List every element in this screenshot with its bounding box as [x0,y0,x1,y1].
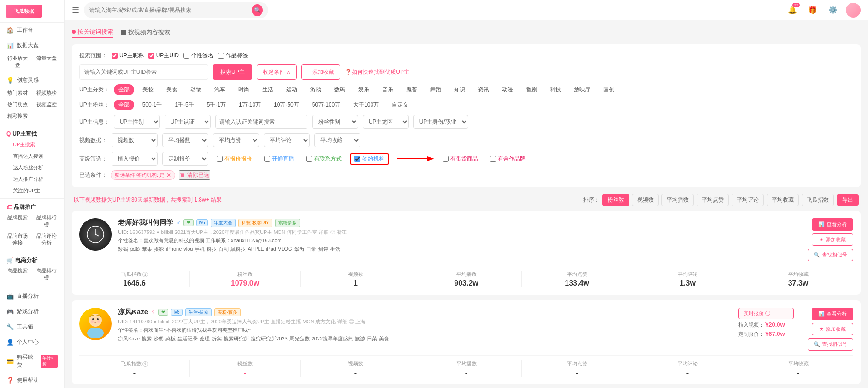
sidebar-item-materials[interactable]: 热门素材 [4,88,32,98]
pill-fashion[interactable]: 时尚 [234,84,254,95]
fans-gender-select[interactable]: 粉丝性别 [312,115,358,129]
sidebar-item-account[interactable]: 👤 个人中心 [0,334,64,350]
sidebar-item-video-monitor[interactable]: 视频监控 [33,99,61,110]
pill-fans-10w-50w[interactable]: 10万-50万 [269,100,304,110]
checkbox-upname[interactable]: UP主昵称 [112,52,144,60]
sort-avg-play[interactable]: 平均播数 [661,194,694,206]
feigua-info-icon[interactable]: ℹ [142,272,148,277]
sidebar-item-purchase[interactable]: 💳 购买续费 年付6折 [0,350,64,373]
checkbox-signed[interactable]: 签约机构 [354,155,384,163]
pill-digital[interactable]: 数码 [330,84,350,95]
filter-collapse-button[interactable]: 收起条件 ∧ [257,64,297,80]
add-favorites-btn-2[interactable]: ★ 添加收藏 [812,323,853,335]
avg-collect-select[interactable]: 平均收藏 [314,133,360,147]
sidebar-item-live[interactable]: 📺 直播分析 [0,289,64,304]
gift-icon-btn[interactable]: 🎁 [805,3,820,18]
sidebar-item-promo-analysis[interactable]: 达人推广分析 [0,173,64,185]
realtime-price-btn[interactable]: 实时报价 ⓘ [738,308,794,319]
user-avatar[interactable] [846,3,861,18]
pill-ghost[interactable]: 鬼畜 [402,84,422,95]
sidebar-item-data[interactable]: 📊 数据大盘 [0,38,64,53]
certification-select[interactable]: UP主认证 [165,115,211,129]
sort-avg-like[interactable]: 平均点赞 [697,194,729,206]
sidebar-item-tools[interactable]: 🔧 工具箱 [0,319,64,334]
sidebar-item-live-search[interactable]: 直播达人搜索 [0,150,64,162]
clear-filters-button[interactable]: 🗑 清除已选 [179,170,210,180]
sort-feigua-index[interactable]: 飞瓜指数 [802,194,834,206]
sidebar-item-brand-search[interactable]: 品牌搜索 [4,212,32,230]
pill-food[interactable]: 美食 [162,84,182,95]
sidebar-item-creative[interactable]: 💡 创意灵感 [0,72,64,88]
export-button[interactable]: 导出 [837,194,859,206]
implant-price-select[interactable]: 植入报价 [112,152,158,166]
pill-national[interactable]: 国创 [599,84,619,95]
checkbox-live[interactable]: 开通直播 [260,155,298,163]
search-up-button[interactable]: 搜索UP主 [213,64,252,80]
sidebar-item-industry[interactable]: 行业放大盘 [4,53,32,71]
sidebar-item-brand-comment[interactable]: 品牌评论分析 [33,231,61,248]
find-similar-btn-1[interactable]: 🔍 查找相似号 [808,249,853,261]
pill-music[interactable]: 音乐 [378,84,398,95]
region-select[interactable]: UP主龙区 [363,115,409,129]
pill-car[interactable]: 汽车 [210,84,230,95]
sidebar-item-brand-market[interactable]: 品牌市场连接 [4,231,32,248]
condition-tag-close[interactable]: ✕ [166,172,171,179]
feigua-info-icon-2[interactable]: ℹ [142,361,148,367]
sort-videos[interactable]: 视频数 [632,194,659,206]
pill-tech[interactable]: 科技 [545,84,566,95]
find-similar-btn-2[interactable]: 🔍 查找相似号 [808,338,853,351]
pill-dance[interactable]: 舞蹈 [425,84,446,95]
checkbox-has-price[interactable]: 有报价报价 [213,155,256,163]
pill-fans-all[interactable]: 全部 [114,100,134,110]
hamburger-btn[interactable]: ☰ [72,5,79,15]
main-search-input[interactable] [79,64,208,80]
help-link-button[interactable]: ❓如何快速找到优质UP主 [345,68,409,76]
notification-bell[interactable]: 🔔 22 [785,3,800,18]
sort-avg-comment[interactable]: 平均评论 [732,194,764,206]
sidebar-item-brand-rank[interactable]: 品牌排行榜 [33,212,61,230]
global-search-input[interactable] [89,7,249,13]
view-analysis-btn-2[interactable]: 📊 查看分析 [812,308,853,320]
sidebar-item-game[interactable]: 🎮 游戏分析 [0,304,64,319]
sidebar-item-followed-up[interactable]: 关注的UP主 [0,185,64,197]
sort-fans[interactable]: 粉丝数 [602,194,629,206]
sidebar-item-traffic[interactable]: 流量大盘 [33,53,61,71]
pill-fans-50w-100w[interactable]: 50万-100万 [307,100,345,110]
pill-knowledge[interactable]: 知识 [449,84,470,95]
checkbox-signature[interactable]: 个性签名 [183,52,213,60]
video-count-select[interactable]: 视频数 [112,133,158,147]
avg-like-select[interactable]: 平均点赞 [213,133,259,147]
pill-entertainment[interactable]: 娱乐 [354,84,374,95]
pill-fansub[interactable]: 番剧 [521,84,542,95]
pill-life[interactable]: 生活 [258,84,278,95]
sort-avg-collect[interactable]: 平均收藏 [767,194,799,206]
checkbox-uid[interactable]: UP主UID [148,52,179,60]
sidebar-item-precise-search[interactable]: 精彩搜索 [4,111,32,121]
tab-video-content-search[interactable]: 按视频内容搜索 [121,28,170,37]
identity-select[interactable]: UP主身份/职业 [413,115,468,129]
sidebar-item-help[interactable]: ❓ 使用帮助 [0,373,64,388]
checkbox-tag[interactable]: 作品标签 [218,52,248,60]
gender-select[interactable]: UP主性别 [114,115,160,129]
cert-keyword-input[interactable] [215,115,307,129]
view-analysis-btn-1[interactable]: 📊 查看分析 [812,218,853,231]
sidebar-item-goods-search[interactable]: 商品搜索 [4,265,32,283]
checkbox-contact[interactable]: 有联系方式 [302,155,345,163]
pill-beauty[interactable]: 美妆 [138,84,158,95]
pill-game[interactable]: 游戏 [306,84,326,95]
pill-fans-500-1k[interactable]: 500-1千 [138,100,167,110]
pill-cinema[interactable]: 放映厅 [569,84,595,95]
avg-play-select[interactable]: 平均播数 [162,133,208,147]
checkbox-goods[interactable]: 有带货商品 [439,155,482,163]
pill-fans-100w[interactable]: 大于100万 [348,100,384,110]
settings-icon-btn[interactable]: ⚙️ [826,3,840,18]
add-favorites-btn-1[interactable]: ★ 添加收藏 [812,233,853,246]
avg-comment-select[interactable]: 平均评论 [264,133,310,147]
sidebar-item-video-hot[interactable]: 视频热榜 [33,88,61,98]
pill-fans-5k-1w[interactable]: 5千-1万 [202,100,230,110]
sidebar-item-hot-effects[interactable]: 热门功效 [4,99,32,110]
add-favorites-button[interactable]: + 添加收藏 [301,64,340,80]
sidebar-item-fan-analysis[interactable]: 达人粉丝分析 [0,162,64,173]
pill-all-category[interactable]: 全部 [114,84,134,95]
pill-anime[interactable]: 动漫 [497,84,518,95]
